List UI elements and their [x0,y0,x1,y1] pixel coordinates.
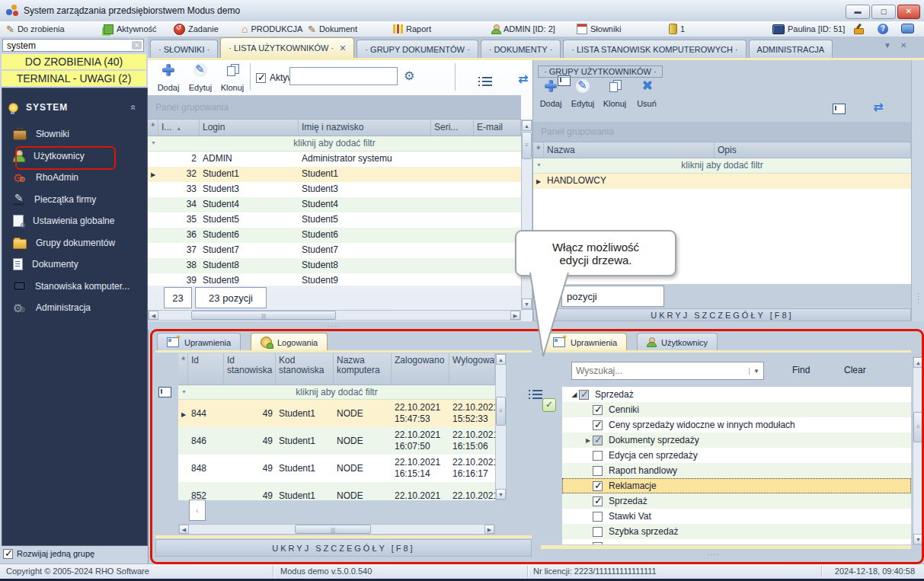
tree-expander-icon[interactable] [570,391,579,398]
tree-item-stawki-vat[interactable]: Stawki Vat [562,509,911,524]
maximize-button[interactable]: ▢ [871,5,896,19]
tree-checkbox[interactable] [593,466,603,476]
banner-terminal-uwagi[interactable]: TERMINAL - UWAGI (2) [2,71,146,86]
sidebar-group-header[interactable]: SYSTEM « [8,97,139,117]
tab-grupy-dokument-w[interactable]: · GRUPY DOKUMENTÓW · [356,40,478,58]
combo-dropdown-icon[interactable]: ▼ [749,368,763,375]
sidebar-item-stanowiska-komputer[interactable]: Stanowiska komputer... [2,276,145,298]
search-settings-gear-icon[interactable] [404,69,414,83]
groups-select-frame-icon[interactable] [833,104,846,114]
grid-filter-row[interactable]: ▼kliknij aby dodać filtr [148,136,521,152]
users-view-list-icon[interactable] [482,77,492,86]
sidebar-item-u-ytkownicy[interactable]: Użytkownicy [2,145,145,168]
tree-item-cenniki[interactable]: Cenniki [562,402,911,417]
tree-checkbox[interactable] [579,390,589,400]
grid-header-i[interactable]: I...▲ [158,120,200,136]
tree-item-sprzeda[interactable]: Sprzedaż [562,387,911,402]
collapse-chevron-icon[interactable]: « [127,104,139,110]
tree-checkbox[interactable] [593,527,603,537]
groups-dodaj-button[interactable]: Dodaj [536,78,566,109]
tree-item-ceny-sprzeda-y-widoczne-w-innych-modu-ach[interactable]: Ceny sprzedaży widoczne w innych modułac… [562,417,911,433]
logins-vscrollbar[interactable]: ▲ ≡ ▼ [495,353,507,500]
tab-dokumenty[interactable]: · DOKUMENTY · [481,40,561,58]
grid-header-nazwa[interactable]: Nazwa [544,142,715,158]
grid-filter-row[interactable]: ▼kliknij aby dodać filtr [178,385,495,400]
perm-tab-u-ytkownicy[interactable]: Użytkownicy [637,333,718,351]
users-row[interactable]: 39Student9Student9 [148,273,521,286]
users-row[interactable]: 33Student3Student3 [148,182,521,197]
sidebar-item-piecz-tka-firmy[interactable]: Pieczątka firmy [2,189,145,211]
edit-tree-toggle-icon[interactable] [542,398,556,412]
users-row[interactable]: 38Student8Student8 [148,258,521,273]
grid-header-id[interactable]: Id [188,353,224,385]
tree-item-item[interactable] [562,539,911,544]
tree-checkbox[interactable] [593,481,603,491]
grid-header-login[interactable]: Login [200,120,299,136]
grid-header-indicator[interactable]: * [533,142,544,158]
tree-item-szybka-sprzeda[interactable]: Szybka sprzedaż [562,524,911,539]
find-button[interactable]: Find [792,365,810,375]
groups-klonuj-button[interactable]: Klonuj [599,78,630,109]
sidebar-search-input[interactable] [3,40,132,51]
tree-checkbox[interactable] [593,542,603,545]
grid-header-zalogowano[interactable]: Zalogowano [392,353,449,385]
tree-checkbox[interactable] [593,436,603,445]
help-icon[interactable] [878,24,888,34]
sidebar-item-ustawienia-globalne[interactable]: Ustawienia globalne [2,210,145,232]
users-search-input[interactable] [290,68,397,85]
logins-hscrollbar[interactable]: ◀ ||| ▶ [178,524,495,535]
users-klonuj-button[interactable]: Klonuj [217,62,248,93]
users-row[interactable]: 2ADMINAdministrator systemu [148,152,521,167]
grid-header-imi-i-nazwisko[interactable]: Imię i nazwisko [299,120,431,136]
grid-header-id-stanowiska[interactable]: Id stanowiska [224,353,276,385]
users-dodaj-button[interactable]: Dodaj [153,62,184,93]
logins-view-list-icon[interactable] [532,390,542,399]
users-pager-page[interactable]: 23 [164,287,192,308]
tab-close-icon[interactable]: ✕ [339,43,346,53]
tab-list-dropdown-icon[interactable]: ▼ [884,41,891,49]
users-edytuj-button[interactable]: Edytuj [185,62,216,93]
tree-expander-icon[interactable] [583,437,593,444]
users-row[interactable]: 34Student4Student4 [148,197,521,212]
close-button[interactable]: ✕ [897,5,920,19]
grid-header-kod-stanowiska[interactable]: Kod stanowiska [276,353,334,385]
groups-edytuj-button[interactable]: Edytuj [568,78,598,109]
banner-do-zrobienia[interactable]: DO ZROBIENIA (40) [2,54,146,69]
logins-tab-logowania[interactable]: Logowania [251,333,328,351]
menu-item-admin-id-2[interactable]: ADMIN [ID: 2] [491,23,555,35]
menu-item-aktywno[interactable]: Aktywność [101,23,157,35]
menu-item-dokument[interactable]: Dokument [308,23,357,35]
minimize-button[interactable]: ▬ [846,5,870,19]
users-hscrollbar[interactable]: ◀ ||| ▶ [148,310,521,321]
tree-item-edycja-cen-sprzeda-y[interactable]: Edycja cen sprzedaży [562,448,911,463]
sidebar-item-dokumenty[interactable]: Dokumenty [2,254,145,276]
logins-tab-uprawnienia[interactable]: Uprawnienia [157,333,241,351]
sidebar-search[interactable]: ✕ [2,39,144,52]
logins-row[interactable]: ▶84449Student1NODE22.10.202115:47:5322.1… [178,400,495,427]
bottom-splitter-dots[interactable]: ···· [707,551,719,558]
logins-pager-box[interactable]: ‹ [189,500,206,521]
clear-button[interactable]: Clear [844,365,866,375]
tree-item-raport-handlowy[interactable]: Raport handlowy [562,463,911,478]
users-row[interactable]: ▶32Student1Student1 [148,167,521,182]
grid-header-indicator[interactable]: * [148,120,158,136]
sidebar-item-s-owniki[interactable]: Słowniki [2,123,145,145]
groups-usu-button[interactable]: Usuń [631,78,662,109]
grid-header-opis[interactable]: Opis [715,142,911,158]
grid-filter-row[interactable]: ▼kliknij aby dodać filtr [533,158,911,174]
users-grouping-panel[interactable]: Panel grupowania [148,95,521,120]
logins-row[interactable]: 84849Student1NODE22.10.202116:15:1422.10… [178,455,495,482]
tab-s-owniki[interactable]: · SŁOWNIKI · [150,40,218,58]
clear-search-icon[interactable]: ✕ [132,41,142,49]
tree-checkbox[interactable] [593,451,603,461]
perm-search-combo[interactable]: ▼ [571,362,764,380]
users-row[interactable]: 37Student7Student7 [148,243,521,258]
ink-icon[interactable] [853,24,863,34]
perm-vscrollbar[interactable]: ▲ ≡ ▼ [913,356,924,545]
tab-close-icon[interactable]: ✕ [900,41,906,49]
groups-row[interactable]: ▶HANDLOWCY [533,174,911,189]
menu-item-do-zrobienia[interactable]: Do zrobienia [6,23,65,35]
menu-item-raport[interactable]: Raport [393,23,431,35]
tab-lista-stanowisk-komputerowych[interactable]: · LISTA STANOWISK KOMPUTEROWYCH · [563,40,746,58]
tree-item-sprzeda[interactable]: Sprzedaż [562,493,911,509]
